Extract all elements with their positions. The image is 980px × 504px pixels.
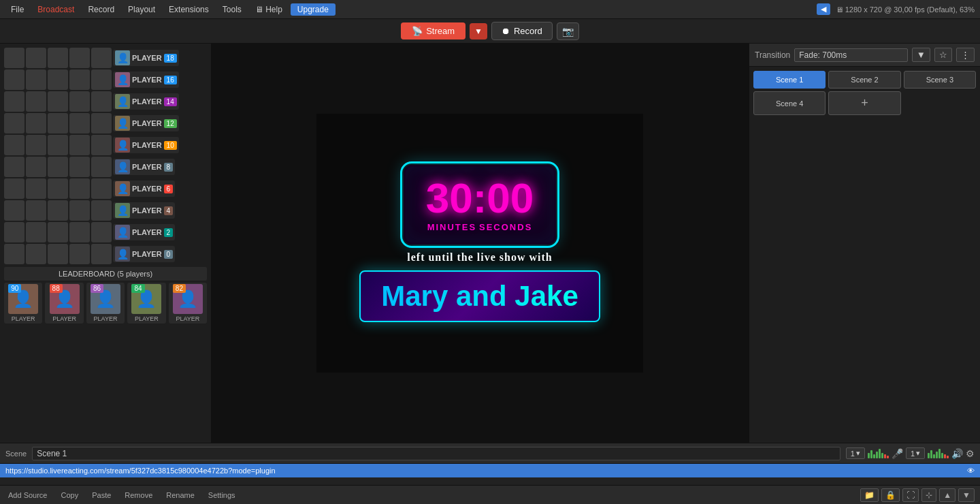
grid-cell bbox=[91, 135, 112, 155]
paste-button[interactable]: Paste bbox=[89, 490, 114, 501]
menu-broadcast[interactable]: Broadcast bbox=[32, 3, 80, 16]
lb-player-4: 84 👤 PLAYER bbox=[127, 283, 165, 324]
audio-bar bbox=[879, 449, 881, 458]
transition-select[interactable]: Fade: 700ms bbox=[794, 48, 908, 62]
scene-button-4[interactable]: Scene 4 bbox=[753, 91, 826, 115]
preview-content: 30:00 MINUTES SECONDS left until the liv… bbox=[316, 114, 643, 373]
menu-playout[interactable]: Playout bbox=[122, 3, 161, 16]
speaker-icon[interactable]: 🔊 bbox=[951, 448, 963, 459]
grid-row-6: 👤 PLAYER 8 bbox=[4, 157, 207, 177]
player-score-8: 4 bbox=[164, 206, 174, 215]
visibility-icon[interactable]: 👁 bbox=[967, 467, 975, 475]
grid-cell bbox=[91, 157, 112, 177]
grid-cell bbox=[48, 113, 68, 133]
lb-name-3: PLAYER bbox=[94, 315, 118, 322]
record-button[interactable]: ⏺ Record bbox=[491, 22, 553, 40]
scene-name-input[interactable] bbox=[32, 447, 840, 460]
grid-cell bbox=[26, 135, 46, 155]
player-avatar-6: 👤 bbox=[115, 159, 130, 174]
lb-player-3: 86 👤 PLAYER bbox=[86, 283, 125, 324]
stream-dropdown-button[interactable]: ▼ bbox=[470, 23, 487, 40]
player-score-6: 8 bbox=[164, 163, 174, 172]
scene-button-2[interactable]: Scene 2 bbox=[828, 71, 900, 89]
rename-button[interactable]: Rename bbox=[163, 490, 197, 501]
url-text[interactable]: https://studio.livereacting.com/stream/5… bbox=[5, 467, 276, 475]
transition-star-button[interactable]: ☆ bbox=[934, 48, 952, 62]
audio-bar bbox=[870, 450, 872, 458]
menu-record[interactable]: Record bbox=[82, 3, 120, 16]
sources-toolbar: Add Source Copy Paste Remove Rename Sett… bbox=[0, 485, 980, 504]
player-name-1: PLAYER bbox=[132, 54, 162, 62]
audio-bar bbox=[873, 454, 875, 458]
menu-file[interactable]: File bbox=[5, 3, 29, 16]
player-avatar-3: 👤 bbox=[115, 94, 130, 109]
name-banner: Mary and Jake bbox=[359, 270, 600, 322]
grid-cell bbox=[69, 222, 90, 242]
player-name-2: PLAYER bbox=[132, 76, 162, 84]
grid-cell bbox=[26, 222, 46, 242]
player-name-6: PLAYER bbox=[132, 163, 162, 171]
folder-icon-button[interactable]: 📁 bbox=[860, 488, 879, 502]
record-icon: ⏺ bbox=[502, 26, 510, 36]
scene-add-button[interactable]: + bbox=[828, 91, 900, 115]
grid-cell bbox=[4, 222, 24, 242]
menu-tools[interactable]: Tools bbox=[217, 3, 247, 16]
fullscreen-icon-button[interactable]: ⛶ bbox=[902, 488, 919, 502]
audio-settings-icon[interactable]: ⚙ bbox=[966, 448, 975, 459]
collapse-icon[interactable]: ◀ bbox=[817, 3, 830, 15]
grid-cell bbox=[4, 200, 24, 221]
player-avatar-8: 👤 bbox=[115, 203, 130, 218]
url-bar: https://studio.livereacting.com/stream/5… bbox=[0, 464, 980, 477]
add-source-button[interactable]: Add Source bbox=[5, 490, 50, 501]
stream-button[interactable]: 📡 Stream bbox=[401, 22, 466, 40]
move-up-icon-button[interactable]: ▲ bbox=[939, 488, 956, 502]
menubar: File Broadcast Record Playout Extensions… bbox=[0, 0, 980, 19]
copy-button[interactable]: Copy bbox=[58, 490, 81, 501]
player-name-7: PLAYER bbox=[132, 185, 162, 193]
move-icon-button[interactable]: ⊹ bbox=[921, 488, 936, 502]
lock-icon-button[interactable]: 🔒 bbox=[881, 488, 900, 502]
grid-row-4: 👤 PLAYER 12 bbox=[4, 113, 207, 133]
lb-avatar-wrap-3: 86 👤 bbox=[91, 284, 120, 314]
lb-score-3: 86 bbox=[91, 284, 103, 293]
scene-button-1[interactable]: Scene 1 bbox=[753, 71, 826, 89]
menu-extensions[interactable]: Extensions bbox=[163, 3, 214, 16]
mic-icon[interactable]: 🎤 bbox=[892, 448, 903, 459]
preview-area: 30:00 MINUTES SECONDS left until the liv… bbox=[211, 44, 749, 443]
grid-cell bbox=[4, 113, 24, 133]
channel-number-2: 1 bbox=[911, 450, 915, 458]
grid-cell bbox=[26, 91, 46, 112]
grid-cell bbox=[4, 244, 24, 264]
transition-settings-button[interactable]: ⋮ bbox=[956, 48, 975, 62]
grid-row-7: 👤 PLAYER 6 bbox=[4, 178, 207, 199]
scene-button-3[interactable]: Scene 3 bbox=[904, 71, 976, 89]
grid-cell bbox=[69, 91, 90, 112]
grid-cell bbox=[4, 91, 24, 112]
main-area: 👤 PLAYER 18 👤 PLAYER 16 bbox=[0, 44, 980, 443]
grid-cell bbox=[26, 157, 46, 177]
grid-cell bbox=[26, 48, 46, 68]
grid-cell bbox=[69, 157, 90, 177]
screenshot-button[interactable]: 📷 bbox=[557, 22, 579, 40]
chevron-down-icon-2: ▾ bbox=[916, 449, 920, 458]
player-score-2: 16 bbox=[164, 76, 177, 84]
player-avatar-2: 👤 bbox=[115, 72, 130, 87]
settings-button[interactable]: Settings bbox=[206, 490, 238, 501]
menu-help[interactable]: 🖥 Help bbox=[250, 3, 288, 16]
player-score-4: 12 bbox=[164, 119, 177, 128]
grid-cell bbox=[48, 69, 68, 90]
grid-cell bbox=[69, 200, 90, 221]
transition-dropdown-button[interactable]: ▼ bbox=[912, 48, 930, 62]
remove-button[interactable]: Remove bbox=[122, 490, 155, 501]
host-name: Mary and Jake bbox=[381, 280, 578, 313]
grid-row-2: 👤 PLAYER 16 bbox=[4, 69, 207, 90]
player-name-4: PLAYER bbox=[132, 119, 162, 127]
menu-upgrade[interactable]: Upgrade bbox=[291, 3, 336, 16]
lb-player-1: 90 👤 PLAYER bbox=[4, 283, 42, 324]
bottom-panel: Scene 1 ▾ 🎤 1 ▾ bbox=[0, 443, 980, 504]
grid-cell bbox=[26, 69, 46, 90]
lb-score-2: 88 bbox=[50, 284, 63, 293]
grid-row-5: 👤 PLAYER 10 bbox=[4, 135, 207, 155]
grid-cell bbox=[91, 222, 112, 242]
move-down-icon-button[interactable]: ▼ bbox=[958, 488, 975, 502]
